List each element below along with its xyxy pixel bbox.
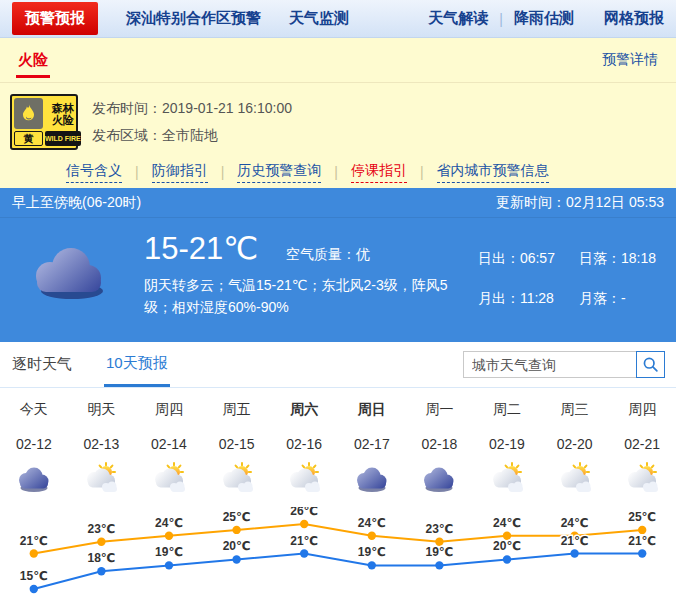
- forecast-date-label: 02-20: [541, 436, 609, 452]
- low-temp-line: [34, 554, 642, 590]
- warning-link[interactable]: 停课指引: [351, 162, 407, 183]
- forecast-date-label: 02-12: [0, 436, 68, 452]
- high-temp-label: 24℃: [493, 516, 521, 530]
- flame-icon: [14, 98, 43, 129]
- high-temp-label: 24℃: [561, 516, 589, 530]
- low-temp-point: [232, 555, 240, 563]
- nav-link[interactable]: 降雨估测: [514, 9, 574, 28]
- publish-area-row: 发布区域：全市陆地: [92, 122, 292, 149]
- warning-body: 森林 火险 黄 WILD FIRE 发布时间：2019-01-21 16:10:…: [0, 83, 676, 156]
- city-search-input[interactable]: [463, 351, 636, 378]
- forecast-date-label: 02-21: [608, 436, 676, 452]
- badge-level-en: WILD FIRE: [45, 131, 81, 146]
- tab-ten-day-forecast[interactable]: 10天预报: [104, 342, 170, 387]
- low-temp-label: 21℃: [290, 534, 318, 548]
- forecast-day-label[interactable]: 周一: [406, 401, 474, 419]
- high-temp-label: 23℃: [425, 522, 453, 536]
- low-temp-point: [30, 585, 38, 593]
- link-separator: |: [420, 164, 424, 180]
- low-temp-point: [300, 549, 308, 557]
- forecast-day-label[interactable]: 明天: [68, 401, 136, 419]
- high-temp-point: [300, 520, 308, 528]
- partly-sunny-icon: [270, 462, 338, 507]
- high-temp-point: [165, 532, 173, 540]
- forecast-day-label[interactable]: 周六: [270, 401, 338, 419]
- sunrise: 日出：06:57: [478, 250, 555, 279]
- period-label: 早上至傍晚(06-20时): [12, 194, 141, 212]
- nav-tab[interactable]: 深汕特别合作区预警: [126, 9, 261, 28]
- temperature-chart-wrap: 21℃23℃24℃25℃26℃24℃23℃24℃24℃25℃15℃18℃19℃2…: [0, 507, 676, 598]
- forecast-day-label[interactable]: 周三: [541, 401, 609, 419]
- nav-separator: |: [499, 11, 503, 27]
- high-temp-point: [97, 538, 105, 546]
- air-quality: 空气质量：优: [286, 246, 370, 264]
- current-header: 早上至傍晚(06-20时) 更新时间：02月12日 05:53: [0, 188, 676, 218]
- warning-link[interactable]: 历史预警查询: [237, 162, 321, 183]
- forecast-tabbar: 逐时天气 10天预报: [0, 342, 676, 388]
- forecast-day-label[interactable]: 周二: [473, 401, 541, 419]
- forecast-day-label[interactable]: 周四: [608, 401, 676, 419]
- forecast-date-label: 02-14: [135, 436, 203, 452]
- warning-panel: 火险 预警详情 森林 火险 黄 WILD FIRE 发布时间：2019: [0, 38, 676, 188]
- partly-sunny-icon: [541, 462, 609, 507]
- partly-sunny-icon: [203, 462, 271, 507]
- current-weather-panel: 早上至傍晚(06-20时) 更新时间：02月12日 05:53: [0, 188, 676, 342]
- forecast-date-labels: 02-1202-1302-1402-1502-1602-1702-1802-19…: [0, 419, 676, 452]
- warning-detail-link[interactable]: 预警详情: [602, 51, 658, 69]
- city-search: [463, 351, 665, 378]
- forecast-day-label[interactable]: 今天: [0, 401, 68, 419]
- low-temp-label: 19℃: [425, 545, 453, 559]
- high-temp-label: 24℃: [155, 516, 183, 530]
- forecast-day-labels: 今天明天周四周五周六周日周一周二周三周四: [0, 388, 676, 419]
- low-temp-point: [570, 549, 578, 557]
- nav-link[interactable]: 网格预报: [604, 9, 664, 28]
- warning-header: 火险 预警详情: [0, 38, 676, 83]
- forecast-date-label: 02-15: [203, 436, 271, 452]
- temp-chart: 21℃23℃24℃25℃26℃24℃23℃24℃24℃25℃15℃18℃19℃2…: [0, 507, 676, 598]
- warning-type-tab[interactable]: 火险: [18, 51, 48, 78]
- warning-link[interactable]: 防御指引: [152, 162, 208, 183]
- publish-time-row: 发布时间：2019-01-21 16:10:00: [92, 95, 292, 122]
- search-button[interactable]: [636, 351, 665, 378]
- weather-description: 阴天转多云；气温15-21℃；东北风2-3级，阵风5级；相对湿度60%-90%: [144, 274, 456, 318]
- forecast-day-label[interactable]: 周日: [338, 401, 406, 419]
- partly-sunny-icon: [473, 462, 541, 507]
- high-temp-label: 21℃: [20, 534, 48, 548]
- high-temp-label: 24℃: [358, 516, 386, 530]
- cloudy-icon: [338, 462, 406, 507]
- warning-info: 发布时间：2019-01-21 16:10:00 发布区域：全市陆地: [92, 94, 292, 150]
- forecast-day-label[interactable]: 周四: [135, 401, 203, 419]
- nav-tab-warning-forecast[interactable]: 预警预报: [12, 2, 98, 35]
- forecast-date-label: 02-19: [473, 436, 541, 452]
- high-temp-label: 25℃: [628, 510, 656, 524]
- link-separator: |: [221, 164, 225, 180]
- forecast-date-label: 02-16: [270, 436, 338, 452]
- forecast-day-label[interactable]: 周五: [203, 401, 271, 419]
- top-nav: 预警预报 深汕特别合作区预警天气监测 天气解读|降雨估测网格预报: [0, 0, 676, 38]
- moonrise: 月出：11:28: [478, 290, 555, 319]
- high-temp-point: [232, 526, 240, 534]
- tab-hourly-weather[interactable]: 逐时天气: [10, 342, 74, 387]
- nav-tab[interactable]: 天气监测: [289, 9, 349, 28]
- warning-link[interactable]: 省内城市预警信息: [437, 162, 549, 183]
- partly-sunny-icon: [135, 462, 203, 507]
- warning-link[interactable]: 信号含义: [66, 162, 122, 183]
- forecast-date-label: 02-17: [338, 436, 406, 452]
- high-temp-point: [30, 549, 38, 557]
- sunset: 日落：18:18: [579, 250, 656, 279]
- high-temp-label: 25℃: [223, 510, 251, 524]
- low-temp-label: 20℃: [223, 539, 251, 553]
- low-temp-point: [97, 567, 105, 575]
- link-separator: |: [135, 164, 139, 180]
- sun-moon-times: 日出：06:57 日落：18:18 月出：11:28 月落：-: [478, 230, 656, 318]
- low-temp-point: [368, 561, 376, 569]
- moonset: 月落：-: [579, 290, 656, 319]
- low-temp-point: [503, 555, 511, 563]
- low-temp-label: 19℃: [358, 545, 386, 559]
- current-body: 15-21℃ 空气质量：优 阴天转多云；气温15-21℃；东北风2-3级，阵风5…: [0, 218, 676, 318]
- cloudy-icon: [406, 462, 474, 507]
- badge-level: 黄: [14, 131, 43, 146]
- low-temp-label: 19℃: [155, 545, 183, 559]
- nav-link[interactable]: 天气解读: [428, 9, 488, 28]
- low-temp-point: [435, 561, 443, 569]
